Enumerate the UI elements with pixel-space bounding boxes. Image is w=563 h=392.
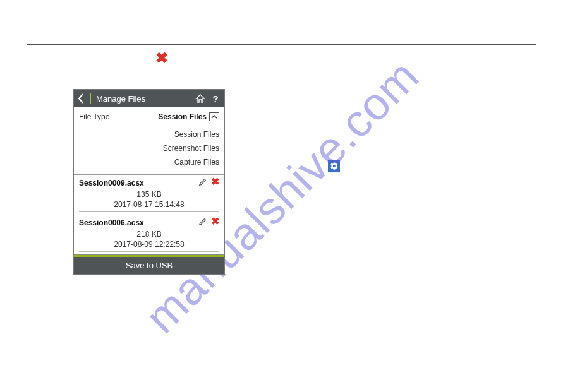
edit-icon[interactable]	[198, 177, 207, 186]
file-size: 218 KB	[79, 227, 219, 239]
save-to-usb-button[interactable]: Save to USB	[74, 257, 224, 274]
edit-icon[interactable]	[198, 217, 207, 226]
gear-icon	[328, 160, 340, 172]
option-screenshot-files[interactable]: Screenshot Files	[79, 141, 219, 155]
row-rule	[79, 251, 219, 252]
file-row: Session0009.acsx ✖ 135 KB 2017-08-17 15:…	[74, 174, 224, 215]
chevron-up-icon[interactable]	[209, 112, 219, 121]
file-size: 135 KB	[79, 187, 219, 199]
filetype-label: File Type	[79, 112, 109, 121]
file-date: 2017-08-17 15:14:48	[79, 199, 219, 210]
page-top-rule	[27, 44, 536, 45]
delete-icon[interactable]: ✖	[211, 177, 219, 186]
page-title: Manage Files	[96, 94, 190, 104]
row-rule	[79, 211, 219, 212]
file-row: Session0006.acsx ✖ 218 KB 2017-08-09 12:…	[74, 215, 224, 254]
back-icon[interactable]	[78, 93, 85, 104]
close-icon: ✖	[155, 49, 168, 67]
filetype-options: Session Files Screenshot Files Capture F…	[74, 126, 224, 174]
title-bar: Manage Files ?	[74, 90, 224, 107]
title-separator	[90, 93, 91, 104]
file-date: 2017-08-09 12:22:58	[79, 239, 219, 250]
filetype-row[interactable]: File Type Session Files	[74, 107, 224, 126]
help-icon[interactable]: ?	[210, 93, 221, 104]
delete-icon[interactable]: ✖	[211, 217, 219, 226]
option-capture-files[interactable]: Capture Files	[79, 155, 219, 169]
option-session-files[interactable]: Session Files	[79, 128, 219, 141]
home-icon[interactable]	[195, 93, 205, 104]
filetype-value: Session Files	[158, 112, 207, 121]
manage-files-panel: Manage Files ? File Type Session Files S…	[73, 89, 225, 275]
